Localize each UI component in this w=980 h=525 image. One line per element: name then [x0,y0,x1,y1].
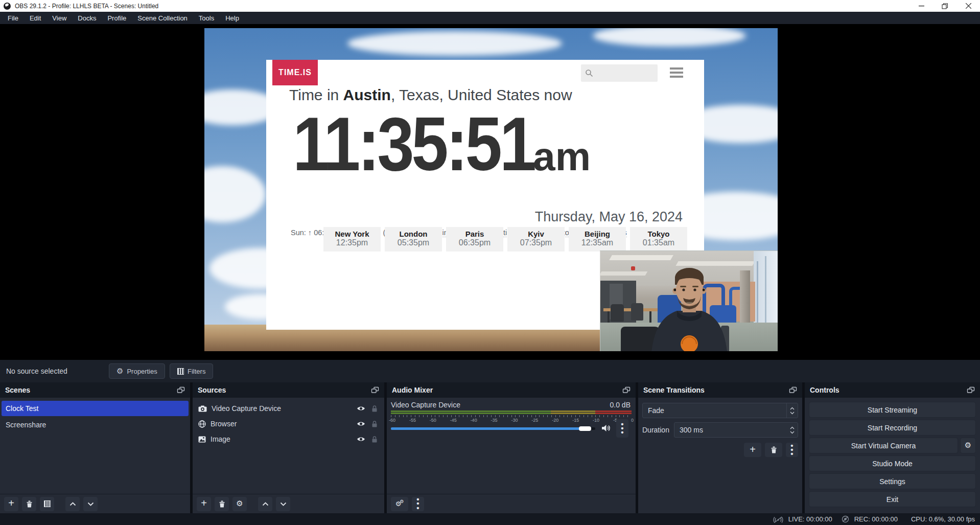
remove-transition-button[interactable] [765,443,782,457]
sources-toolbar: + ⚙ [193,494,384,513]
meter-ticks [391,415,632,417]
mixer-channel-name: Video Capture Device [391,401,460,409]
city-box: Tokyo01:35am [630,227,687,252]
exit-button[interactable]: Exit [809,491,976,507]
transition-properties-button[interactable]: ••• [786,443,798,457]
lock-icon[interactable] [371,436,378,443]
live-time: LIVE: 00:00:00 [788,515,832,523]
properties-button[interactable]: ⚙ Properties [109,363,165,379]
transitions-toolbar: + ••• [638,443,802,457]
menu-file[interactable]: File [2,12,24,24]
menu-view[interactable]: View [46,12,72,24]
duration-spinbox[interactable]: 300 ms [674,422,798,438]
eye-icon[interactable] [357,405,365,412]
source-item-browser[interactable]: Browser [194,416,383,431]
cloud [204,166,266,222]
mixer-channel-menu-button[interactable]: ••• [616,419,628,438]
lock-icon[interactable] [371,405,378,412]
restore-button[interactable] [933,0,956,12]
obs-logo-icon [4,3,11,10]
image-icon [198,436,206,443]
menu-profile[interactable]: Profile [102,12,132,24]
filters-icon [44,500,51,507]
city-box: New York12:35pm [323,227,381,252]
volume-meter [391,410,632,415]
mixer-menu-button[interactable]: ••• [412,497,424,511]
trash-icon [219,500,225,508]
program-preview[interactable]: TIME.IS Time in Austin, Texas, United St… [204,28,778,351]
source-item-image[interactable]: Image [194,431,383,447]
city-box: Paris06:35pm [446,227,503,252]
add-source-button[interactable]: + [197,497,211,511]
audio-mixer-header: Audio Mixer [387,382,636,398]
filters-button[interactable]: Filters [170,363,213,379]
chevron-up-icon [262,502,269,506]
add-scene-button[interactable]: + [4,497,18,511]
close-icon [966,3,971,9]
title-bar: OBS 29.1.2 - Profile: LLHLS BETA - Scene… [0,0,980,12]
chevron-down-icon [790,431,795,434]
meter-tick-labels: -60-55-50-45-40-35-30-25-20-15-10-50 [389,418,634,423]
remove-scene-button[interactable] [22,497,36,511]
menu-docks[interactable]: Docks [72,12,102,24]
menu-edit[interactable]: Edit [24,12,46,24]
studio-mode-button[interactable]: Studio Mode [809,455,976,471]
start-virtual-camera-button[interactable]: Start Virtual Camera [809,438,958,453]
move-scene-up-button[interactable] [65,497,80,511]
source-toolbar-row: No source selected ⚙ Properties Filters [0,360,980,382]
timeis-date: Thursday, May 16, 2024 [535,209,683,225]
rec-muted-icon [842,515,849,523]
scenes-panel: Scenes Clock Test Screenshare + [0,382,190,513]
menu-help[interactable]: Help [220,12,245,24]
timeis-clock: 11:35:51 am [293,101,691,188]
live-muted-icon [773,516,783,523]
move-scene-down-button[interactable] [83,497,98,511]
virtual-camera-config-button[interactable]: ⚙ [960,438,976,453]
start-recording-button[interactable]: Start Recording [809,420,976,436]
menu-scene-collection[interactable]: Scene Collection [132,12,193,24]
popout-icon [967,386,975,394]
duration-label: Duration [642,426,669,434]
eye-icon[interactable] [357,421,365,427]
move-source-up-button[interactable] [258,497,272,511]
speaker-icon[interactable] [601,424,611,432]
timeis-time: 11:35:51 [293,101,534,188]
start-streaming-button[interactable]: Start Streaming [809,402,976,418]
menu-tools[interactable]: Tools [193,12,220,24]
settings-button[interactable]: Settings [809,473,976,489]
status-bar: LIVE: 00:00:00 REC: 00:00:00 CPU: 0.6%, … [0,513,980,525]
chevron-down-icon [790,412,795,415]
source-item-video-capture[interactable]: Video Capture Device [194,401,383,416]
chevron-up-icon [790,426,795,429]
audio-mixer-panel: Audio Mixer Video Capture Device 0.0 dB … [387,382,636,513]
scene-item-clock-test[interactable]: Clock Test [2,401,189,416]
minimize-button[interactable] [909,0,933,12]
add-transition-button[interactable]: + [744,443,761,457]
chevron-down-icon [87,502,94,506]
scene-filters-button[interactable] [40,497,54,511]
controls-header: Controls [805,382,980,398]
lock-icon[interactable] [371,420,378,427]
eye-icon[interactable] [357,436,365,442]
camera-icon [198,405,207,412]
sources-header: Sources [193,382,384,398]
city-box: London05:35pm [385,227,442,252]
dots-menu-icon: ••• [621,422,623,435]
mixer-toolbar: ⚙⚙ ••• [387,494,636,513]
source-properties-button[interactable]: ⚙ [232,497,247,511]
scene-transitions-header: Scene Transitions [638,382,802,398]
volume-slider-handle[interactable] [579,426,591,431]
transition-select[interactable]: Fade [642,403,798,418]
mixer-level-db: 0.0 dB [610,401,631,409]
person [600,251,778,351]
volume-slider[interactable] [391,427,595,430]
chevron-up-icon [69,502,76,506]
advanced-audio-button[interactable]: ⚙⚙ [391,497,408,511]
filters-icon [177,368,184,375]
close-button[interactable] [956,0,980,12]
gear-icon: ⚙ [116,368,123,375]
scene-item-screenshare[interactable]: Screenshare [2,417,189,432]
move-source-down-button[interactable] [276,497,290,511]
remove-source-button[interactable] [215,497,229,511]
preview-canvas: TIME.IS Time in Austin, Texas, United St… [0,24,980,360]
